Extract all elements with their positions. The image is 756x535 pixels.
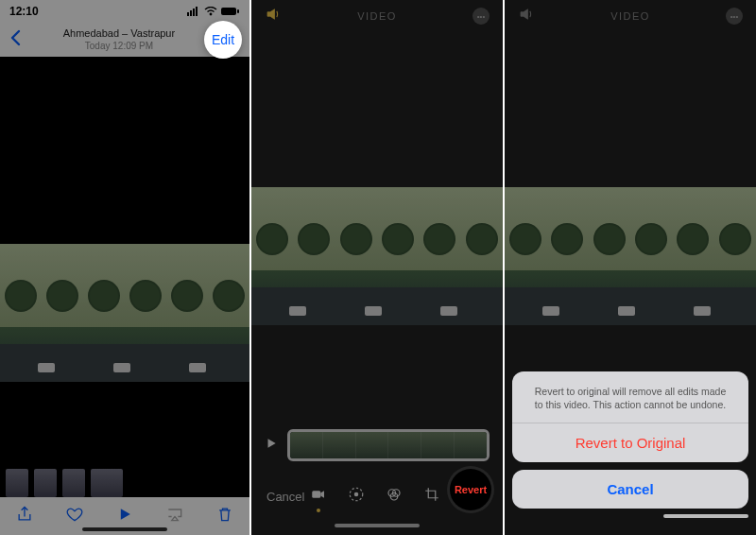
editor-preview[interactable] — [251, 187, 503, 325]
thumbnail[interactable] — [6, 469, 28, 497]
favorite-button[interactable] — [65, 505, 84, 527]
thumbnail[interactable] — [62, 469, 85, 497]
battery-icon — [221, 7, 240, 16]
revert-to-original-button[interactable]: Revert to Original — [512, 423, 748, 462]
home-indicator[interactable] — [663, 514, 748, 518]
status-time: 12:10 — [9, 5, 39, 18]
action-sheet-message: Revert to original will remove all edits… — [512, 371, 748, 423]
mode-label: VIDEO — [610, 10, 650, 22]
timeline-strip[interactable] — [287, 429, 490, 461]
cancel-button[interactable]: Cancel — [512, 470, 748, 509]
svg-rect-3 — [196, 7, 198, 16]
svg-rect-5 — [221, 8, 236, 15]
timestamp-label: Today 12:09 PM — [63, 41, 175, 52]
cancel-button[interactable]: Cancel — [266, 490, 304, 504]
edit-button-label: Edit — [212, 32, 234, 47]
editor-header: VIDEO ••• — [251, 0, 503, 32]
timeline[interactable] — [265, 429, 490, 461]
editor-preview — [505, 187, 756, 325]
svg-rect-2 — [193, 9, 195, 16]
home-indicator[interactable] — [82, 527, 167, 531]
action-sheet-card: Revert to original will remove all edits… — [512, 371, 748, 462]
mode-label: VIDEO — [357, 10, 397, 22]
photos-detail-screen: 12:10 Ahmedabad – Vastrapur Today 12:09 … — [0, 0, 249, 535]
thumbnail[interactable] — [34, 469, 57, 497]
revert-button[interactable]: Revert — [450, 469, 491, 510]
video-editor-screen: VIDEO ••• Cancel Revert — [251, 0, 503, 535]
thumbnail[interactable] — [91, 469, 123, 497]
video-mode-icon[interactable] — [310, 486, 327, 507]
thumbnail-strip[interactable] — [6, 469, 123, 497]
svg-rect-6 — [237, 9, 239, 13]
revert-confirm-screen: VIDEO ••• Revert to original will remove… — [505, 0, 756, 535]
volume-icon[interactable] — [265, 6, 282, 26]
volume-icon[interactable] — [518, 6, 535, 26]
adjust-mode-icon[interactable] — [348, 486, 365, 507]
revert-button-label: Revert — [455, 484, 487, 495]
more-button[interactable]: ••• — [472, 8, 490, 25]
video-frame — [0, 244, 249, 382]
cellular-icon — [187, 7, 200, 16]
svg-rect-7 — [312, 491, 320, 498]
svg-rect-1 — [190, 10, 192, 16]
svg-point-4 — [210, 13, 213, 16]
back-button[interactable] — [9, 29, 21, 51]
action-sheet: Revert to original will remove all edits… — [512, 371, 748, 522]
svg-point-9 — [354, 492, 359, 497]
more-button[interactable]: ••• — [726, 8, 743, 25]
home-indicator[interactable] — [335, 524, 420, 527]
timeline-play-icon[interactable] — [265, 437, 278, 454]
nav-title: Ahmedabad – Vastrapur Today 12:09 PM — [63, 27, 175, 51]
editor-header: VIDEO ••• — [505, 0, 756, 32]
location-label: Ahmedabad – Vastrapur — [63, 27, 175, 40]
airplay-button[interactable] — [165, 505, 184, 527]
media-viewer[interactable] — [0, 57, 249, 535]
share-button[interactable] — [15, 505, 34, 527]
wifi-icon — [204, 7, 217, 16]
status-indicators — [187, 7, 240, 16]
filters-mode-icon[interactable] — [386, 486, 403, 507]
status-bar: 12:10 — [0, 0, 249, 23]
edit-button[interactable]: Edit — [204, 21, 242, 59]
crop-mode-icon[interactable] — [423, 486, 440, 507]
svg-rect-0 — [187, 12, 189, 16]
trash-button[interactable] — [215, 505, 234, 527]
play-button[interactable] — [115, 505, 134, 527]
